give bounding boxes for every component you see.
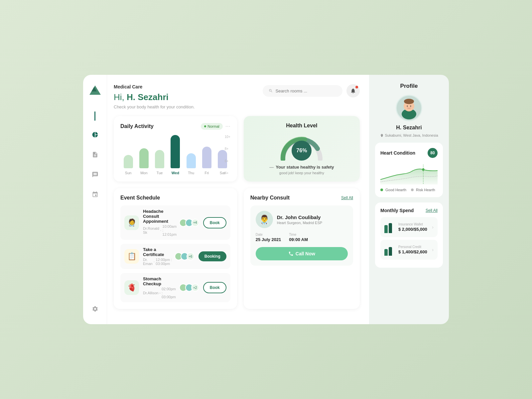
- event-avatars-2: +2: [181, 284, 199, 292]
- avatar-count: +4: [191, 219, 199, 227]
- spend-bar1: [384, 249, 388, 256]
- bar-tue[interactable]: [155, 150, 164, 168]
- profile-location: Sukabumi, West Java, Indonesia: [380, 133, 438, 137]
- heart-badge: 80: [428, 148, 438, 158]
- event-info-2: Stomach Checkup Dr.Allison 02:00pm : 03:…: [143, 276, 177, 299]
- doctor-specialty: Heart Surgeon, Madrid ESP: [277, 221, 322, 225]
- search-input[interactable]: [276, 88, 336, 93]
- notification-badge: [355, 86, 358, 88]
- event-name-0: Headache Consult Appoinment: [143, 209, 177, 224]
- event-schedule-card: Event Schedule 🧑‍⚕️ Headache Consult App…: [114, 188, 237, 309]
- event-info-0: Headache Consult Appoinment Dr.Ronald Sk…: [143, 209, 177, 236]
- content-area: Medical Care Hi, H. Sezahri Check your b…: [107, 75, 369, 324]
- search-icon: [269, 88, 273, 93]
- bar-wed[interactable]: [171, 135, 180, 168]
- spend-value-1: $ 1,400/$2,600: [398, 249, 429, 254]
- risk-heart-dot: [411, 189, 414, 191]
- greeting: Hi, H. Sezahri: [114, 92, 195, 102]
- call-now-label: Call Now: [296, 251, 315, 256]
- svg-point-5: [407, 106, 408, 107]
- spend-label-1: Personal Credit: [398, 245, 429, 249]
- event-avatars-0: +4: [181, 219, 199, 227]
- heart-title: Heart Condition: [380, 150, 415, 156]
- phone-icon: [288, 251, 294, 256]
- sidebar-icon-calendar[interactable]: [89, 189, 101, 200]
- spend-item-1[interactable]: Personal Credit $ 1,400/$2,600 ›: [380, 240, 438, 260]
- nearby-consult-card: Nearby Consult Sell All 👨‍⚕️ Dr. John Co…: [244, 188, 360, 309]
- event-button-2[interactable]: Book: [203, 282, 226, 293]
- dots-menu[interactable]: ···: [225, 123, 230, 130]
- y-label: 6+: [225, 159, 230, 163]
- svg-point-4: [404, 99, 414, 104]
- risk-heart-label: Risk Hearth: [416, 188, 435, 192]
- consult-title: Nearby Consult: [250, 195, 290, 201]
- event-info-1: Take a Certificate Dr. Eman 12:00pm : 03…: [143, 247, 173, 266]
- health-gauge: 76%: [278, 134, 325, 161]
- bar-fri[interactable]: [202, 147, 211, 168]
- bar-sun[interactable]: [124, 155, 133, 168]
- logo: [88, 84, 102, 98]
- notification-button[interactable]: [346, 84, 360, 97]
- spend-title: Monthly Spend: [380, 208, 414, 213]
- event-button-0[interactable]: Book: [203, 217, 226, 228]
- sidebar-icon-settings[interactable]: [89, 303, 101, 315]
- y-axis: 10+8+6+4+: [225, 135, 230, 175]
- bar-group-wed: Wed: [168, 135, 183, 175]
- spend-item-0[interactable]: Insurance Wallet $ 2,000/$5,000 ›: [380, 217, 438, 237]
- bar-thu[interactable]: [187, 153, 196, 168]
- avatar-count: +2: [191, 284, 199, 292]
- event-list: 🧑‍⚕️ Headache Consult Appoinment Dr.Rona…: [120, 205, 230, 302]
- event-name-2: Stomach Checkup: [143, 276, 177, 286]
- normal-badge: Normal: [201, 123, 222, 130]
- spend-bar-icon-0: [384, 221, 395, 233]
- time-label: Time: [289, 233, 308, 236]
- sidebar-icon-chart[interactable]: [89, 129, 101, 141]
- bar-group-sun: Sun: [120, 155, 136, 175]
- event-meta-1: Dr. Eman 12:00pm : 03:00pm: [143, 258, 173, 266]
- profile-title: Profile: [375, 83, 443, 89]
- subtitle: Check your body health for your conditio…: [114, 104, 195, 109]
- y-label: 10+: [225, 135, 230, 139]
- search-bar[interactable]: [263, 85, 342, 97]
- spend-value-0: $ 2,000/$5,000: [398, 227, 429, 232]
- call-now-button[interactable]: Call Now: [256, 247, 348, 260]
- spend-items: Insurance Wallet $ 2,000/$5,000 › Person…: [380, 217, 438, 260]
- health-status: Your statue healthy is safety: [250, 165, 353, 170]
- bar-label-sun: Sun: [125, 171, 132, 175]
- consult-sell-all[interactable]: Sell All: [341, 196, 353, 200]
- greeting-name: H. Sezahri: [127, 92, 169, 102]
- event-icon-0: 🧑‍⚕️: [124, 215, 139, 230]
- chevron-right-icon: ›: [432, 224, 434, 230]
- event-button-1[interactable]: Booking: [199, 251, 226, 261]
- header: Medical Care Hi, H. Sezahri Check your b…: [114, 84, 360, 109]
- avatar-illustration: [400, 97, 418, 119]
- y-label: 8+: [225, 147, 230, 151]
- gauge-center: 76%: [292, 141, 312, 161]
- event-item: 🫀 Stomach Checkup Dr.Allison 02:00pm : 0…: [120, 273, 230, 302]
- main-grid: Daily Activity Normal ··· SunMonTueWedTh…: [114, 116, 360, 309]
- time-value: 09:00 AM: [289, 237, 308, 242]
- health-sub: good job! keep your healthy: [250, 171, 353, 175]
- sidebar-icon-chat[interactable]: [89, 169, 101, 181]
- sidebar-icon-docs[interactable]: [89, 149, 101, 161]
- event-avatars-1: +6: [177, 252, 195, 260]
- doctor-avatar: 👨‍⚕️: [256, 211, 273, 228]
- doctor-card: 👨‍⚕️ Dr. John Coulibaly Heart Surgeon, M…: [250, 205, 353, 266]
- event-icon-1: 📋: [124, 249, 139, 264]
- heart-condition-card: Heart Condition 80: [375, 143, 443, 197]
- header-left: Medical Care Hi, H. Sezahri Check your b…: [114, 84, 195, 109]
- bar-label-thu: Thu: [188, 171, 194, 175]
- avatar-count: +6: [187, 252, 195, 260]
- spend-info-0: Insurance Wallet $ 2,000/$5,000: [398, 222, 429, 232]
- spend-bar1: [384, 225, 388, 233]
- spend-bar2: [389, 247, 392, 256]
- header-right: [263, 84, 360, 97]
- bar-label-fri: Fri: [204, 171, 209, 175]
- spend-bar2: [389, 223, 392, 233]
- event-name-1: Take a Certificate: [143, 247, 173, 257]
- good-heart-label: Good Hearth: [385, 188, 406, 192]
- event-meta-2: Dr.Allison 02:00pm : 03:00pm: [143, 287, 177, 299]
- event-meta-0: Dr.Ronald Sk 10:00am : 12:01pm: [143, 224, 177, 236]
- spend-sell-all[interactable]: Sell All: [426, 208, 438, 213]
- bar-mon[interactable]: [139, 148, 149, 168]
